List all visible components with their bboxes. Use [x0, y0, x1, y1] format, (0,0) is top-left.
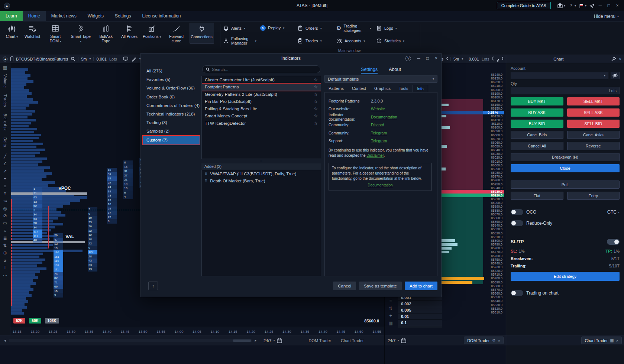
grid-icon[interactable]: ▦: [610, 338, 614, 343]
dom-price-row[interactable]: 85700.0: [440, 276, 504, 280]
dom-price-row[interactable]: 85690.0: [440, 280, 504, 284]
info-link[interactable]: Telegram: [371, 131, 387, 135]
favorite-star-icon[interactable]: ☆: [314, 99, 318, 104]
session-select[interactable]: 24/7 ▾: [388, 338, 407, 344]
chevron-down-icon[interactable]: ▾: [160, 35, 161, 39]
minimize-icon[interactable]: ─: [417, 56, 420, 61]
ribbon-replay-button[interactable]: ↻ Replay ▾: [260, 25, 296, 31]
polyline-tool[interactable]: ↝: [3, 197, 7, 205]
updown-tool[interactable]: ⇅: [3, 242, 7, 249]
target-tool[interactable]: ◎: [3, 205, 7, 212]
chevron-down-icon[interactable]: ▾: [320, 39, 322, 43]
chevron-down-icon[interactable]: ▾: [16, 35, 18, 39]
rectangle-tool[interactable]: ▭: [3, 220, 7, 227]
dom-cross-icon[interactable]: +: [386, 312, 395, 319]
chevron-down-icon[interactable]: ▾: [60, 40, 61, 43]
category-volume-orderflow-36[interactable]: Volume & OrderFlow (36): [143, 84, 200, 92]
dom-price-row[interactable]: 85740.0: [440, 261, 504, 265]
added-indicator-vwap-twap-hlc3-btcusdt-daily-true[interactable]: ⠿VWAP/TWAP (HLC3(BTCUSDT), Daily, True): [202, 170, 321, 178]
account-select[interactable]: ▾: [511, 72, 608, 79]
panel-tab-bid-x-ask[interactable]: Bid x Ask: [3, 114, 7, 131]
more-tool[interactable]: ⋯: [3, 272, 7, 279]
restore-button[interactable]: □: [606, 3, 612, 8]
ellipse-tool[interactable]: ○: [4, 227, 6, 234]
plus-circle-tool[interactable]: ⊕: [3, 249, 7, 257]
breakeven-value[interactable]: 5/1T: [611, 256, 620, 261]
search-icon[interactable]: [71, 56, 75, 61]
indicator-pin-bar-pro-justscalpit[interactable]: Pin Bar Pro (JustScalpIt)☆: [202, 98, 321, 105]
favorite-star-icon[interactable]: ☆: [314, 92, 318, 97]
scroll-right-icon[interactable]: ▸: [253, 338, 258, 342]
indicator-search[interactable]: [202, 65, 320, 73]
tif-select[interactable]: GTC ▾: [607, 209, 620, 215]
ribbon-watchlist-button[interactable]: Watchlist: [22, 23, 42, 44]
chevron-down-icon[interactable]: ▾: [403, 39, 404, 43]
ribbon-following-manager-button[interactable]: Following Manager ▾: [223, 36, 264, 45]
help-button[interactable]: ? ▾: [568, 3, 576, 8]
drag-handle-icon[interactable]: ⠿: [205, 172, 207, 176]
trading-on-chart-toggle[interactable]: [511, 290, 523, 296]
dom-price-row[interactable]: 85810.0: [440, 235, 504, 239]
dom-price-row[interactable]: 86160.0: [440, 103, 504, 107]
template-select[interactable]: Default template ▾: [324, 75, 437, 83]
ribbon-trading-strategies-button[interactable]: ⚙ Trading strategies ▾: [336, 24, 374, 33]
ribbon-orders-button[interactable]: Orders ▾: [297, 25, 332, 31]
ribbon-smart-tape-button[interactable]: Smart Tape ▾: [68, 23, 93, 44]
chart-scrollbar[interactable]: [9, 339, 252, 342]
dom-price-row[interactable]: 85630.0: [440, 303, 504, 307]
qty-preset-0-1[interactable]: 0.1: [398, 320, 442, 326]
dom-rows-icon[interactable]: ≡: [386, 297, 395, 305]
sltp-toggle[interactable]: [607, 239, 620, 245]
dom-price-row[interactable]: 86100.0: [440, 126, 504, 129]
text-tool[interactable]: T: [4, 264, 6, 272]
screenshot-button[interactable]: ▾: [557, 3, 565, 9]
dom-price-row[interactable]: 85670.0: [440, 288, 504, 292]
dom-price-row[interactable]: 85960.0: [440, 178, 504, 182]
info-link[interactable]: Website: [371, 107, 385, 111]
disclaimer-link[interactable]: Disclaimer: [366, 153, 384, 157]
category-favorites-5[interactable]: Favorites (5): [143, 75, 200, 84]
bottom-tab-chart-trader[interactable]: Chart Trader: [341, 338, 364, 343]
ribbon-statistics-button[interactable]: Statistics ▾: [376, 38, 410, 44]
complete-guide-button[interactable]: Complete Guide to ATAS: [497, 2, 551, 9]
dom-price-row[interactable]: 86170.0: [440, 99, 504, 103]
reverse-button[interactable]: Reverse: [567, 142, 620, 150]
ribbon-alerts-button[interactable]: Alerts ▾: [223, 25, 257, 31]
gear-icon[interactable]: ⚙: [492, 338, 496, 343]
cross-tool[interactable]: +: [4, 175, 6, 182]
buy-bid-button[interactable]: BUY BID: [511, 120, 563, 128]
chevron-down-icon[interactable]: ▾: [363, 39, 365, 43]
cancel-asks-button[interactable]: Canc. Asks: [567, 131, 620, 139]
dom-price-row[interactable]: 86240.0: [440, 73, 504, 77]
info-link[interactable]: Documentation: [371, 115, 397, 119]
breakeven-button[interactable]: Breakeven (H): [511, 153, 620, 161]
settings-tab-tools[interactable]: Tools: [395, 85, 413, 92]
close-icon[interactable]: ×: [498, 338, 500, 343]
category-all-276[interactable]: All (276): [143, 67, 200, 75]
dom-price-row[interactable]: 86150.0: [440, 107, 504, 110]
dom-price-row[interactable]: 85890.0: [440, 205, 504, 208]
add-to-chart-button[interactable]: Add to chart: [405, 282, 437, 290]
dom-price-row[interactable]: 86080.0: [440, 133, 504, 137]
entry-button[interactable]: Entry: [567, 192, 620, 200]
dom-price-row[interactable]: 85870.0: [440, 212, 504, 216]
dom-price-row[interactable]: 85930.0: [440, 190, 504, 194]
ribbon-bid-ask-tape-button[interactable]: Bid/Ask Tape: [94, 23, 118, 44]
dom-price-row[interactable]: 85990.0: [440, 167, 504, 171]
category-order-book-6[interactable]: Order Book (6): [143, 93, 200, 101]
dom-price-row[interactable]: 85820.0: [440, 231, 504, 235]
symbol-label[interactable]: BTCUSDT@BinanceFutures: [16, 57, 68, 61]
dom-price-row[interactable]: 85980.0: [440, 171, 504, 175]
favorite-star-icon[interactable]: ☆: [314, 84, 318, 90]
ribbon-forward-curve-button[interactable]: Forward curve: [164, 23, 189, 44]
time-axis[interactable]: 13:1513:2013:2513:3013:3513:4013:4513:50…: [10, 328, 384, 335]
qty-preset-0-01[interactable]: 0.01: [398, 313, 442, 320]
settings-tab-info[interactable]: Info: [413, 85, 428, 92]
timeframe-select[interactable]: 5m: [81, 57, 87, 61]
chart-trader-tab[interactable]: Chart Trader ▦ ×: [581, 337, 622, 344]
list-tool[interactable]: ≣: [3, 234, 7, 242]
panel-tab-trades[interactable]: Trades: [3, 94, 7, 107]
chevron-down-icon[interactable]: ▾: [575, 4, 576, 7]
trailing-value[interactable]: 5/10T: [609, 264, 620, 268]
sell-bid-button[interactable]: SELL BID: [567, 120, 620, 128]
